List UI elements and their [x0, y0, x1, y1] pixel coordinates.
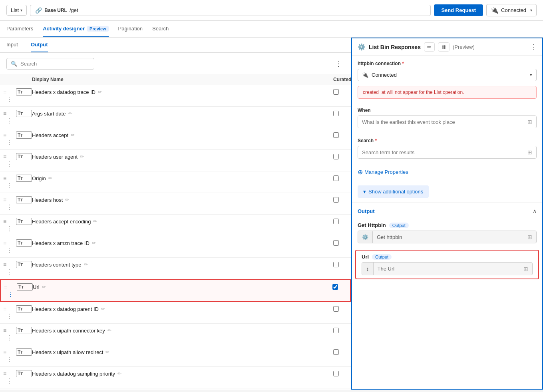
row-more-icon[interactable]: ⋮ [4, 291, 17, 298]
curated-checkbox[interactable] [333, 219, 339, 224]
curated-checkbox[interactable] [333, 154, 339, 159]
row-more-icon[interactable]: ⋮ [3, 96, 16, 103]
type-icon: Tт [16, 175, 32, 182]
drag-handle-icon[interactable]: ≡ [3, 261, 16, 268]
edit-icon[interactable]: ✏ [42, 284, 46, 290]
curated-checkbox[interactable] [333, 89, 339, 95]
search-term-input[interactable] [358, 147, 523, 158]
drag-handle-icon[interactable]: ≡ [3, 110, 16, 117]
row-more-icon[interactable]: ⋮ [3, 203, 16, 211]
field-action-icon[interactable]: ⊞ [523, 231, 536, 243]
output-section: Output ∧ Get Httpbin Output ⚙️ Get httpb… [352, 203, 542, 279]
drag-handle-icon[interactable]: ≡ [3, 132, 16, 138]
edit-icon[interactable]: ✏ [65, 197, 69, 203]
main-tabs: Parameters Activity designer Preview Pag… [0, 21, 543, 38]
table-row: ≡ Tт Headers x amzn trace ID ✏ ⋮ [0, 236, 351, 258]
edit-panel-button[interactable]: ✏ [424, 42, 435, 52]
edit-icon[interactable]: ✏ [68, 111, 72, 116]
edit-icon[interactable]: ✏ [48, 175, 52, 181]
drag-handle-icon[interactable]: ≡ [3, 327, 16, 334]
chevron-down-icon: ▾ [363, 189, 366, 195]
left-panel: Input Output 🔍 ⋮ Display Name Curated [0, 38, 351, 390]
curated-checkbox[interactable] [333, 175, 339, 181]
settings-icon: ⚙️ [358, 231, 373, 243]
table-header: Display Name Curated [0, 74, 351, 85]
tab-output[interactable]: Output [31, 38, 48, 52]
curated-checkbox[interactable] [333, 328, 339, 333]
manage-properties-button[interactable]: ⊕ Manage Properties [358, 165, 537, 179]
show-additional-options-button[interactable]: ▾ Show additional options [358, 185, 429, 198]
edit-icon[interactable]: ✏ [71, 132, 75, 138]
drag-handle-icon[interactable]: ≡ [4, 284, 17, 290]
row-more-icon[interactable]: ⋮ [3, 312, 16, 320]
connection-selector[interactable]: 🔌 Connected ▾ [486, 4, 537, 16]
field-action-icon[interactable]: ⊞ [519, 263, 532, 275]
table-row: ≡ Tт Headers x datadog parent ID ✏ ⋮ [0, 302, 351, 324]
tab-parameters[interactable]: Parameters [6, 21, 33, 37]
edit-icon[interactable]: ✏ [105, 349, 109, 355]
search-input[interactable] [20, 61, 90, 67]
edit-icon[interactable]: ✏ [84, 262, 88, 267]
table-row: ≡ Tт Headers host ✏ ⋮ [0, 193, 351, 215]
tab-activity-designer[interactable]: Activity designer Preview [43, 21, 108, 37]
curated-checkbox[interactable] [333, 306, 339, 312]
curated-checkbox[interactable] [333, 197, 339, 203]
drag-handle-icon[interactable]: ≡ [3, 349, 16, 355]
row-more-icon[interactable]: ⋮ [3, 117, 16, 125]
curated-checkbox[interactable] [333, 111, 339, 116]
type-icon: Tт [16, 131, 32, 139]
curated-checkbox[interactable] [333, 349, 339, 355]
output-section-header[interactable]: Output ∧ [352, 203, 542, 219]
drag-handle-icon[interactable]: ≡ [3, 370, 16, 377]
panel-icon: ⚙️ [358, 43, 366, 51]
when-input[interactable] [358, 116, 523, 128]
edit-icon[interactable]: ✏ [93, 219, 97, 224]
type-icon: Tт [16, 196, 32, 203]
send-request-button[interactable]: Send Request [434, 4, 483, 16]
edit-icon[interactable]: ✏ [107, 328, 111, 333]
edit-icon[interactable]: ✏ [98, 89, 102, 95]
edit-icon[interactable]: ✏ [117, 371, 121, 376]
get-httpbin-value: Get httpbin [373, 231, 523, 243]
edit-icon[interactable]: ✏ [92, 240, 96, 246]
panel-more-icon[interactable]: ⋮ [530, 43, 537, 51]
drag-handle-icon[interactable]: ≡ [3, 218, 16, 225]
drag-handle-icon[interactable]: ≡ [3, 175, 16, 181]
tab-search[interactable]: Search [152, 21, 169, 37]
curated-checkbox[interactable] [333, 262, 339, 267]
drag-handle-icon[interactable]: ≡ [3, 89, 16, 95]
type-icon: Tт [16, 88, 32, 96]
curated-checkbox[interactable] [333, 371, 339, 376]
filter-icon[interactable]: ⊞ [523, 116, 536, 128]
drag-handle-icon[interactable]: ≡ [3, 197, 16, 203]
type-icon: Tт [16, 370, 32, 377]
drag-handle-icon[interactable]: ≡ [3, 306, 16, 312]
filter-icon[interactable]: ⊞ [523, 146, 536, 158]
row-more-icon[interactable]: ⋮ [3, 182, 16, 189]
curated-checkbox[interactable] [333, 240, 339, 246]
base-url-label: Base URL [44, 8, 67, 13]
connection-dropdown[interactable]: 🔌 Connected ▾ [358, 69, 537, 81]
row-more-icon[interactable]: ⋮ [3, 334, 16, 342]
tab-input[interactable]: Input [6, 38, 18, 52]
drag-handle-icon[interactable]: ≡ [3, 240, 16, 246]
row-more-icon[interactable]: ⋮ [3, 356, 16, 363]
list-dropdown[interactable]: List ▾ [6, 5, 27, 16]
drag-handle-icon[interactable]: ≡ [3, 153, 16, 160]
table-row: ≡ Tт Headers x uipath connector key ✏ ⋮ [0, 324, 351, 345]
edit-icon[interactable]: ✏ [101, 306, 105, 312]
url-input[interactable] [70, 7, 426, 13]
row-more-icon[interactable]: ⋮ [3, 247, 16, 254]
type-icon: Tт [16, 110, 32, 117]
row-more-icon[interactable]: ⋮ [3, 160, 16, 168]
delete-panel-button[interactable]: 🗑 [438, 42, 450, 52]
curated-checkbox[interactable] [333, 132, 339, 138]
edit-icon[interactable]: ✏ [80, 154, 84, 159]
more-options-button[interactable]: ⋮ [332, 58, 344, 70]
tab-pagination[interactable]: Pagination [118, 21, 143, 37]
row-more-icon[interactable]: ⋮ [3, 139, 16, 146]
row-more-icon[interactable]: ⋮ [3, 268, 16, 276]
curated-checkbox[interactable] [332, 284, 338, 290]
row-more-icon[interactable]: ⋮ [3, 225, 16, 233]
row-more-icon[interactable]: ⋮ [3, 377, 16, 385]
